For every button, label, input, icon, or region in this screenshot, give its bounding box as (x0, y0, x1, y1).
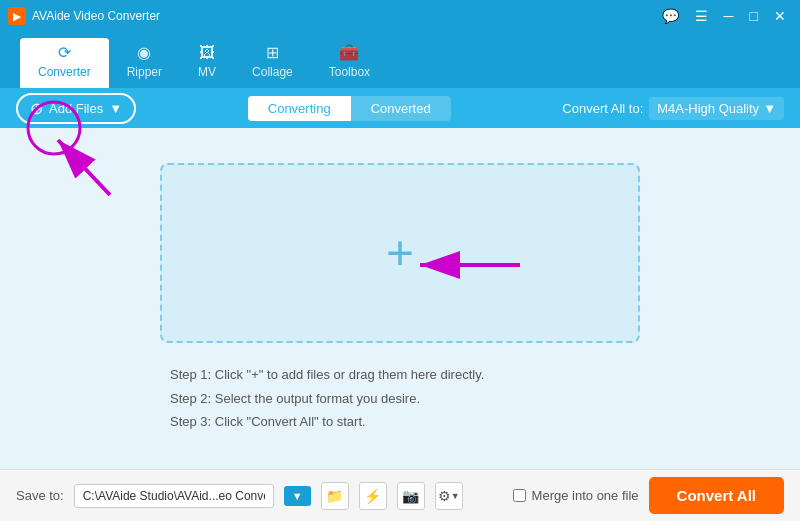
drop-zone[interactable]: + (160, 163, 640, 343)
menu-icon[interactable]: ☰ (689, 6, 714, 26)
add-files-dropdown-icon: ▼ (109, 101, 122, 116)
merge-label: Merge into one file (532, 488, 639, 503)
format-label: M4A-High Quality (657, 101, 759, 116)
step-3-text: Step 3: Click "Convert All" to start. (170, 410, 630, 433)
tab-converted[interactable]: Converted (351, 96, 451, 121)
tab-converting[interactable]: Converting (248, 96, 351, 121)
toolbox-icon: 🧰 (339, 43, 359, 62)
convert-all-to-label: Convert All to: (562, 101, 643, 116)
folder-icon: 📁 (326, 488, 343, 504)
converter-icon: ⟳ (58, 43, 71, 62)
app-icon: ▶ (8, 7, 26, 25)
folder-button[interactable]: 📁 (321, 482, 349, 510)
tab-toolbox[interactable]: 🧰 Toolbox (311, 38, 388, 88)
minimize-button[interactable]: ─ (718, 6, 740, 26)
tab-converter-label: Converter (38, 65, 91, 79)
convert-all-label: Convert All (677, 487, 756, 504)
step-1-text: Step 1: Click "+" to add files or drag t… (170, 363, 630, 386)
tab-collage[interactable]: ⊞ Collage (234, 38, 311, 88)
title-bar-left: ▶ AVAide Video Converter (8, 7, 160, 25)
add-files-label: Add Files (49, 101, 103, 116)
main-content: + Step 1: Click "+" to add files or drag… (0, 128, 800, 469)
convert-all-button[interactable]: Convert All (649, 477, 784, 514)
ripper-icon: ◉ (137, 43, 151, 62)
settings-icon: ⚙ (438, 488, 451, 504)
steps-container: Step 1: Click "+" to add files or drag t… (160, 363, 640, 433)
step-2-text: Step 2: Select the output format you des… (170, 387, 630, 410)
merge-checkbox[interactable] (513, 489, 526, 502)
flash-button[interactable]: ⚡ (359, 482, 387, 510)
drop-zone-plus-icon: + (386, 229, 414, 277)
mv-icon: 🖼 (199, 44, 215, 62)
tab-converter[interactable]: ⟳ Converter (20, 38, 109, 88)
flash-icon: ⚡ (364, 488, 381, 504)
merge-checkbox-container: Merge into one file (513, 488, 639, 503)
title-bar-controls: 💬 ☰ ─ □ ✕ (656, 6, 792, 26)
title-bar: ▶ AVAide Video Converter 💬 ☰ ─ □ ✕ (0, 0, 800, 32)
app-icon-text: ▶ (13, 11, 21, 22)
tab-mv-label: MV (198, 65, 216, 79)
tab-mv[interactable]: 🖼 MV (180, 38, 234, 88)
path-dropdown-button[interactable]: ▼ (284, 486, 311, 506)
toolbar: ⊕ Add Files ▼ Converting Converted Conve… (0, 88, 800, 128)
bottom-bar: Save to: ▼ 📁 ⚡ 📷 ⚙ ▼ Merge into one file… (0, 469, 800, 521)
tab-ripper[interactable]: ◉ Ripper (109, 38, 180, 88)
close-button[interactable]: ✕ (768, 6, 792, 26)
save-path-input[interactable] (74, 484, 274, 508)
app-title: AVAide Video Converter (32, 9, 160, 23)
save-to-label: Save to: (16, 488, 64, 503)
settings-dropdown-icon: ▼ (451, 491, 460, 501)
conversion-tabs: Converting Converted (248, 96, 451, 121)
collage-icon: ⊞ (266, 43, 279, 62)
add-files-button[interactable]: ⊕ Add Files ▼ (16, 93, 136, 124)
tab-collage-label: Collage (252, 65, 293, 79)
format-dropdown-icon: ▼ (763, 101, 776, 116)
camera-button[interactable]: 📷 (397, 482, 425, 510)
add-files-plus-icon: ⊕ (30, 99, 43, 118)
nav-bar: ⟳ Converter ◉ Ripper 🖼 MV ⊞ Collage 🧰 To… (0, 32, 800, 88)
format-dropdown-button[interactable]: M4A-High Quality ▼ (649, 97, 784, 120)
convert-all-to-section: Convert All to: M4A-High Quality ▼ (562, 97, 784, 120)
tab-ripper-label: Ripper (127, 65, 162, 79)
camera-icon: 📷 (402, 488, 419, 504)
maximize-button[interactable]: □ (744, 6, 764, 26)
tab-toolbox-label: Toolbox (329, 65, 370, 79)
chat-icon[interactable]: 💬 (656, 6, 685, 26)
settings-button[interactable]: ⚙ ▼ (435, 482, 463, 510)
